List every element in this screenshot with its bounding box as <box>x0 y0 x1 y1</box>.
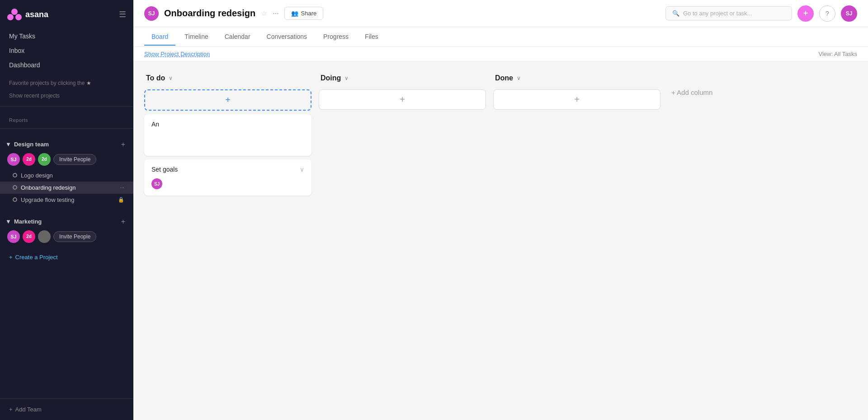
sidebar-item-logo-design[interactable]: Logo design <box>0 169 133 182</box>
tab-board[interactable]: Board <box>144 28 175 46</box>
sidebar-header: asana ☰ <box>0 0 133 25</box>
main-content: SJ Onboarding redesign ☆ ··· 👥 Share 🔍 G… <box>133 0 868 420</box>
search-icon: 🔍 <box>672 10 679 17</box>
page-title: Onboarding redesign <box>164 8 255 19</box>
column-doing-title: Doing <box>321 74 341 82</box>
sidebar-divider-2 <box>0 128 133 129</box>
column-todo-header: To do ∨ <box>144 70 311 86</box>
favorite-hint: Favorite projects by clicking the ★ <box>0 76 133 91</box>
task-title-set-goals: Set goals ∨ <box>151 166 304 173</box>
marketing-team-members: SJ 2d Invite People <box>0 229 133 247</box>
chevron-down-icon[interactable]: ∨ <box>517 75 521 81</box>
column-done: Done ∨ + <box>493 70 660 110</box>
plus-icon: + <box>9 406 13 413</box>
sidebar-item-my-tasks[interactable]: My Tasks <box>0 29 133 43</box>
task-card-set-goals[interactable]: Set goals ∨ SJ <box>144 159 311 196</box>
sidebar-item-upgrade-flow[interactable]: Upgrade flow testing 🔒 <box>0 194 133 206</box>
board-columns: To do ∨ + Set goals ∨ SJ <box>133 61 868 287</box>
design-team-invite-button[interactable]: Invite People <box>53 154 96 165</box>
tab-conversations[interactable]: Conversations <box>259 28 315 46</box>
board-toolbar: Show Project Description View: All Tasks <box>133 47 868 61</box>
tab-calendar[interactable]: Calendar <box>217 28 258 46</box>
asana-logo: asana <box>7 7 48 22</box>
project-more-icon[interactable]: ··· <box>120 184 124 191</box>
global-search-input[interactable]: 🔍 Go to any project or task... <box>665 6 792 20</box>
column-doing: Doing ∨ + <box>319 70 486 110</box>
tab-files[interactable]: Files <box>358 28 386 46</box>
marketing-team-invite-button[interactable]: Invite People <box>53 231 96 242</box>
plus-icon: + <box>9 254 13 261</box>
design-team-header: ▼ Design team + <box>0 136 133 151</box>
task-assignee-avatar: SJ <box>151 178 162 189</box>
avatar-sj-marketing: SJ <box>7 230 20 243</box>
add-task-done-button[interactable]: + <box>493 89 660 110</box>
marketing-team-name[interactable]: ▼ Marketing <box>5 218 42 225</box>
sidebar-divider-1 <box>0 106 133 107</box>
add-task-todo-button[interactable]: + <box>144 89 311 111</box>
column-done-title: Done <box>495 74 513 82</box>
more-options-icon[interactable]: ··· <box>273 9 278 18</box>
sidebar: asana ☰ My Tasks Inbox Dashboard Favorit… <box>0 0 133 420</box>
add-task-doing-button[interactable]: + <box>319 89 486 110</box>
marketing-section: ▼ Marketing + SJ 2d Invite People <box>0 210 133 250</box>
column-todo: To do ∨ + Set goals ∨ SJ <box>144 70 311 199</box>
task-card-new <box>144 114 311 156</box>
project-tabs: Board Timeline Calendar Conversations Pr… <box>133 27 868 47</box>
sidebar-nav: My Tasks Inbox Dashboard <box>0 25 133 76</box>
add-column-button[interactable]: + Add column <box>668 70 712 96</box>
sidebar-item-onboarding-redesign[interactable]: Onboarding redesign ··· <box>0 182 133 194</box>
tab-timeline[interactable]: Timeline <box>177 28 215 46</box>
favorite-star-icon[interactable]: ☆ <box>261 9 267 18</box>
lock-icon: 🔒 <box>118 197 124 203</box>
topbar-project-avatar: SJ <box>144 6 159 21</box>
topbar: SJ Onboarding redesign ☆ ··· 👥 Share 🔍 G… <box>133 0 868 27</box>
chevron-down-icon[interactable]: ∨ <box>344 75 349 81</box>
design-team-name[interactable]: ▼ Design team <box>5 141 49 148</box>
column-todo-title: To do <box>146 74 165 82</box>
sidebar-bottom: + Add Team <box>0 398 133 420</box>
svg-point-2 <box>15 14 22 20</box>
help-button[interactable]: ? <box>819 5 835 22</box>
create-task-button[interactable]: + <box>797 5 814 22</box>
avatar-2d-green: 2d <box>38 153 51 166</box>
chevron-down-icon: ▼ <box>5 218 11 225</box>
tab-progress[interactable]: Progress <box>316 28 356 46</box>
marketing-team-header: ▼ Marketing + <box>0 213 133 229</box>
column-doing-header: Doing ∨ <box>319 70 486 86</box>
share-icon: 👥 <box>291 10 298 17</box>
add-to-design-team-button[interactable]: + <box>118 140 128 149</box>
svg-point-0 <box>11 9 18 15</box>
show-recent-projects[interactable]: Show recent projects <box>0 91 133 103</box>
column-done-header: Done ∨ <box>493 70 660 86</box>
project-dot-icon <box>13 173 17 177</box>
sidebar-toggle-icon[interactable]: ☰ <box>119 9 126 19</box>
teams-section: ▼ Design team + SJ 2d 2d Invite People L… <box>0 132 133 210</box>
star-icon: ★ <box>86 80 91 86</box>
task-expand-icon[interactable]: ∨ <box>300 166 304 173</box>
avatar-gray-marketing <box>38 230 51 243</box>
project-dot-icon <box>13 197 17 202</box>
avatar-sj: SJ <box>7 153 20 166</box>
sidebar-item-dashboard[interactable]: Dashboard <box>0 58 133 72</box>
view-all-tasks-button[interactable]: View: All Tasks <box>818 51 857 57</box>
add-team-button[interactable]: + Add Team <box>9 406 124 413</box>
board-area: To do ∨ + Set goals ∨ SJ <box>133 61 868 420</box>
add-to-marketing-team-button[interactable]: + <box>118 217 128 227</box>
design-team-members: SJ 2d 2d Invite People <box>0 151 133 169</box>
avatar-2d-pink: 2d <box>23 153 35 166</box>
share-button[interactable]: 👥 Share <box>284 7 324 20</box>
chevron-down-icon[interactable]: ∨ <box>169 75 173 81</box>
new-task-input[interactable] <box>151 121 304 148</box>
avatar-2d-pink-marketing: 2d <box>23 230 35 243</box>
user-avatar-button[interactable]: SJ <box>841 5 857 22</box>
task-card-footer: SJ <box>151 178 304 189</box>
reports-section-label: Reports <box>0 110 133 125</box>
project-dot-icon <box>13 185 17 190</box>
chevron-down-icon: ▼ <box>5 141 11 148</box>
svg-point-1 <box>7 14 14 20</box>
asana-logo-text: asana <box>25 10 48 19</box>
asana-logo-icon <box>7 7 22 22</box>
create-project-button[interactable]: + Create a Project <box>0 250 133 264</box>
show-project-description-button[interactable]: Show Project Description <box>144 51 210 57</box>
sidebar-item-inbox[interactable]: Inbox <box>0 43 133 58</box>
